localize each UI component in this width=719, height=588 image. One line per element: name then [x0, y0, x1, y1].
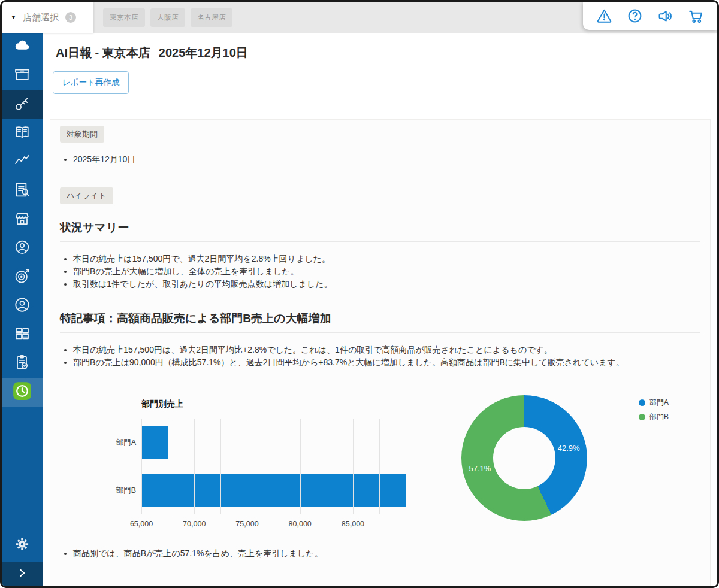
member-badge-icon	[13, 238, 31, 259]
bar-x-axis: 65,00070,00075,00080,00085,000	[141, 520, 411, 532]
period-list: 2025年12月10日	[60, 153, 700, 166]
section-divider	[60, 332, 700, 333]
section-heading-summary: 状況サマリー	[60, 220, 700, 235]
sidebar-item-settings[interactable]	[2, 534, 43, 557]
main-content: AI日報 - 東京本店2025年12月10日 レポート再作成 対象期間 2025…	[43, 33, 717, 586]
legend-dot-green	[639, 414, 645, 420]
store-selector-dropdown[interactable]: ▼ 店舗選択 3	[2, 2, 93, 33]
page-title: AI日報 - 東京本店2025年12月10日	[56, 45, 708, 61]
section-divider	[60, 241, 700, 242]
sidebar-item-manual[interactable]	[2, 119, 43, 148]
announcement-icon[interactable]	[656, 7, 674, 25]
store-chip-nagoya[interactable]: 名古屋店	[191, 8, 232, 27]
sidebar-item-storage[interactable]	[2, 62, 43, 90]
sidebar-item-analytics[interactable]	[2, 148, 43, 177]
store-chip-osaka[interactable]: 大阪店	[150, 8, 185, 27]
sidebar-item-target[interactable]	[2, 263, 43, 292]
manual-book-icon	[13, 123, 31, 144]
alert-icon[interactable]	[596, 7, 614, 25]
checklist-icon	[13, 353, 31, 374]
trend-chart-icon	[13, 152, 31, 172]
period-item: 2025年12月10日	[73, 153, 700, 166]
special-bullet: 部門Bの売上は90,000円（構成比57.1%）と、過去2日間平均から+83.7…	[73, 356, 700, 369]
key-icon	[13, 95, 31, 115]
sidebar-item-customer[interactable]	[2, 292, 43, 320]
report-date: 2025年12月10日	[159, 46, 248, 59]
sidebar-item-key-active[interactable]	[2, 90, 43, 119]
cloud-icon	[13, 37, 31, 57]
bar-category-labels: 部門A 部門B	[83, 419, 141, 532]
bar-plot: 65,00070,00075,00080,00085,000	[141, 419, 411, 532]
target-icon	[13, 267, 31, 287]
section-heading-special: 特記事項：高額商品販売による部門B売上の大幅増加	[60, 311, 700, 326]
sidebar-item-membership[interactable]	[2, 234, 43, 263]
header-divider	[52, 111, 708, 111]
shelf-icon	[13, 325, 31, 345]
closing-bullet-list: 商品別では、商品Bが売上の57.1%を占め、売上を牽引しました。	[60, 547, 700, 560]
donut-legend: 部門A 部門B	[639, 398, 669, 426]
sidebar-item-timecard[interactable]	[2, 378, 43, 407]
summary-bullet: 取引数は1件でしたが、取引あたりの平均販売点数は増加しました。	[73, 278, 700, 290]
timecard-app-icon	[12, 381, 32, 404]
legend-dot-blue	[639, 399, 645, 406]
bar-category-a: 部門A	[83, 419, 141, 466]
special-bullet-list: 本日の純売上157,500円は、過去2日間平均比+2.8%でした。これは、1件の…	[60, 344, 700, 369]
caret-down-icon: ▼	[11, 14, 16, 20]
bar-category-b: 部門B	[83, 466, 141, 514]
charts-row: 部門別売上 部門A 部門B 65,00070,00075,00080,00085…	[83, 399, 700, 532]
topbar-actions	[583, 2, 717, 30]
report-card: 対象期間 2025年12月10日 ハイライト 状況サマリー 本日の純売上は157…	[50, 119, 711, 586]
storage-box-icon	[13, 66, 31, 86]
app-window: 東京本店 大阪店 名古屋店 ▼ 店舗選択 3	[0, 0, 719, 588]
store-chip-tokyo[interactable]: 東京本店	[103, 8, 145, 27]
summary-bullet: 本日の純売上は157,500円で、過去2日間平均を2.8%上回りました。	[73, 253, 700, 265]
department-bar-chart: 部門別売上 部門A 部門B 65,00070,00075,00080,00085…	[83, 399, 411, 532]
sidebar-item-report[interactable]	[2, 177, 43, 205]
sidebar-item-shelf[interactable]	[2, 320, 43, 349]
summary-bullet: 部門Bの売上が大幅に増加し、全体の売上を牽引しました。	[73, 265, 700, 278]
summary-bullet-list: 本日の純売上は157,500円で、過去2日間平均を2.8%上回りました。 部門B…	[60, 253, 700, 290]
help-icon[interactable]	[626, 7, 644, 25]
bar-chart-title: 部門別売上	[141, 399, 411, 410]
topbar: 東京本店 大阪店 名古屋店 ▼ 店舗選択 3	[2, 2, 717, 33]
store-chip-list: 東京本店 大阪店 名古屋店	[93, 2, 579, 33]
sidebar-item-checklist[interactable]	[2, 349, 43, 378]
closing-bullet: 商品別では、商品Bが売上の57.1%を占め、売上を牽引しました。	[73, 547, 700, 560]
report-search-icon	[13, 181, 31, 201]
cart-icon[interactable]	[687, 7, 705, 25]
special-bullet: 本日の純売上157,500円は、過去2日間平均比+2.8%でした。これは、1件の…	[73, 344, 700, 356]
store-count-badge: 3	[65, 12, 76, 23]
store-selector-label: 店舗選択	[23, 12, 59, 23]
sidebar-expand-button[interactable]	[2, 562, 43, 586]
store-icon	[13, 210, 31, 230]
department-donut-chart: 42.9%57.1%	[461, 395, 587, 521]
regenerate-report-button[interactable]: レポート再作成	[53, 71, 129, 94]
gear-icon	[14, 537, 30, 554]
highlight-tag: ハイライト	[60, 187, 113, 204]
customer-icon	[13, 296, 31, 316]
bar-row	[141, 466, 411, 514]
period-tag: 対象期間	[60, 126, 104, 143]
sidebar	[2, 33, 43, 586]
report-header: AI日報 - 東京本店2025年12月10日 レポート再作成	[43, 33, 717, 111]
bar-department-a	[141, 426, 168, 459]
sidebar-item-store[interactable]	[2, 205, 43, 234]
bar-row	[141, 419, 411, 466]
donut-ring: 42.9%57.1%	[461, 395, 587, 521]
legend-item-a: 部門A	[639, 398, 669, 408]
chevron-right-icon	[16, 566, 29, 582]
sidebar-item-cloud[interactable]	[2, 33, 43, 62]
legend-item-b: 部門B	[639, 412, 669, 422]
